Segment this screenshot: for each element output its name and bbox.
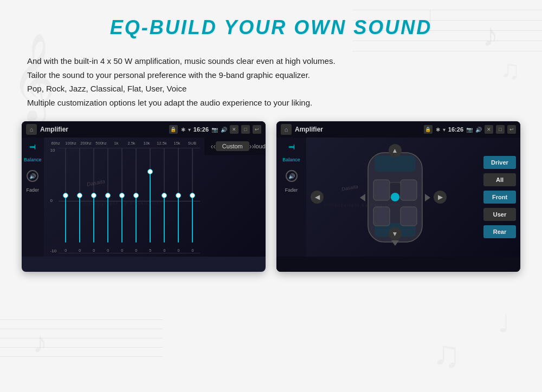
- eq-slider-500hz[interactable]: [105, 148, 111, 243]
- bluetooth-icon: ✱: [181, 127, 185, 133]
- y-axis-labels: 10 0 -10: [48, 148, 59, 253]
- car-fader-area: ▲ ▼ ◀ ▶ Dasaita /////copyright by Dasait…: [306, 138, 483, 257]
- desc-line-2: Tailor the sound to your personal prefer…: [27, 68, 520, 82]
- watermark-slashes-2: /////copyright by Dasaita/////: [324, 203, 402, 207]
- next-preset-arrow[interactable]: ››: [249, 142, 254, 151]
- eq-screen-title: Amplifier: [40, 126, 166, 133]
- front-button[interactable]: Front: [483, 191, 516, 204]
- svg-marker-10: [360, 194, 365, 201]
- eq-track-500hz[interactable]: [107, 148, 108, 243]
- eq-track-12.5k[interactable]: [164, 148, 165, 243]
- val-200hz: 0: [93, 249, 95, 252]
- fader-eq-icon[interactable]: ⫤: [287, 142, 296, 152]
- eq-slider-100hz[interactable]: [77, 148, 82, 243]
- eq-track-10k[interactable]: [150, 148, 151, 243]
- right-arrow-btn[interactable]: ▶: [434, 191, 447, 204]
- eq-sidebar: ⫤ Balance 🔊 Fader: [22, 138, 44, 257]
- fader-screen: ⌂ Amplifier 🔒 ✱ ▾ 16:26 📷 🔊 ✕ □ ↩: [276, 121, 520, 272]
- eq-sliders-section: 60hz 100hz 200hz 500hz 1k 2.5k 10k 12.5k…: [44, 138, 204, 257]
- eq-tune-icon[interactable]: ⫤: [28, 142, 37, 152]
- fader-vol-circle[interactable]: 🔊: [286, 170, 298, 182]
- close-icon[interactable]: ✕: [230, 125, 238, 134]
- svg-rect-3: [373, 180, 390, 200]
- fader-close-icon[interactable]: ✕: [485, 125, 493, 134]
- eq-slider-200hz[interactable]: [91, 148, 96, 243]
- eq-track-sub[interactable]: [192, 148, 193, 243]
- eq-knob-1k[interactable]: [119, 193, 125, 198]
- eq-fill-60hz: [65, 195, 66, 243]
- driver-button[interactable]: Driver: [483, 156, 516, 169]
- desc-line-4: Multiple customization options let you a…: [27, 96, 520, 110]
- preset-button[interactable]: Custom: [216, 141, 249, 151]
- gridline-bottom: [59, 253, 199, 253]
- fader-main-content: ⫤ Balance 🔊 Fader: [276, 138, 520, 257]
- up-arrow-btn[interactable]: ▲: [389, 144, 402, 157]
- frequency-labels: 60hz 100hz 200hz 500hz 1k 2.5k 10k 12.5k…: [48, 141, 200, 146]
- desc-line-3: Pop, Rock, Jazz, Classical, Flat, User, …: [27, 82, 520, 96]
- fader-home-icon[interactable]: ⌂: [281, 124, 292, 135]
- eq-knob-60hz[interactable]: [63, 193, 68, 198]
- watermark-2: Dasaita: [341, 184, 359, 192]
- freq-12.5k: 12.5k: [154, 141, 170, 146]
- eq-slider-10k[interactable]: [147, 148, 153, 243]
- fader-screen-title: Amplifier: [295, 126, 421, 133]
- eq-knob-2.5k[interactable]: [133, 193, 139, 198]
- eq-knob-500hz[interactable]: [105, 193, 111, 198]
- eq-screen: ⌂ Amplifier 🔒 ✱ ▾ 16:26 📷 🔊 ✕ □ ↩: [22, 121, 266, 272]
- svg-rect-4: [401, 180, 417, 200]
- freq-15k: 15k: [170, 141, 185, 146]
- svg-point-12: [391, 193, 399, 201]
- watermark-slashes-1: /////copyright by Dasaita/////: [80, 201, 164, 206]
- volume-icon: 🔊: [221, 127, 227, 133]
- fader-back-icon[interactable]: ↩: [507, 125, 516, 134]
- val-10k: 5: [149, 249, 151, 252]
- val-2.5k: 0: [135, 249, 137, 252]
- rear-button[interactable]: Rear: [483, 225, 516, 238]
- volume-circle-icon[interactable]: 🔊: [27, 170, 38, 182]
- eq-slider-sub[interactable]: [190, 148, 195, 243]
- all-button[interactable]: All: [483, 173, 516, 186]
- eq-track-200hz[interactable]: [93, 148, 94, 243]
- eq-knob-200hz[interactable]: [91, 193, 96, 198]
- eq-fill-sub: [192, 195, 193, 243]
- eq-values-row: 0 0 0 0 0 0 5 0 0 0: [59, 247, 199, 252]
- eq-slider-2.5k[interactable]: [133, 148, 139, 243]
- eq-knob-12.5k[interactable]: [162, 193, 167, 198]
- fader-camera-icon: 📷: [466, 127, 473, 133]
- expand-icon[interactable]: □: [241, 125, 250, 134]
- eq-track-1k[interactable]: [121, 148, 122, 243]
- val-500hz: 0: [107, 249, 109, 252]
- left-arrow-btn[interactable]: ◀: [311, 191, 324, 204]
- val-15k: 0: [177, 249, 179, 252]
- eq-fill-15k: [178, 195, 179, 243]
- prev-preset-arrow[interactable]: ‹‹: [211, 142, 216, 151]
- home-icon[interactable]: ⌂: [26, 124, 37, 135]
- eq-track-15k[interactable]: [178, 148, 179, 243]
- eq-knob-100hz[interactable]: [77, 193, 82, 198]
- eq-slider-15k[interactable]: [176, 148, 181, 243]
- eq-track-60hz[interactable]: [65, 148, 66, 243]
- fader-expand-icon[interactable]: □: [496, 125, 505, 134]
- eq-knob-15k[interactable]: [176, 193, 181, 198]
- back-icon[interactable]: ↩: [253, 125, 261, 134]
- eq-bottom-bar: ‹‹ Custom ›› loudness: [204, 138, 266, 155]
- eq-track-100hz[interactable]: [79, 148, 80, 243]
- camera-icon: 📷: [211, 127, 218, 133]
- fader-vol-icon: 🔊: [475, 127, 482, 133]
- fader-fader-label: Fader: [285, 187, 298, 193]
- eq-slider-12.5k[interactable]: [162, 148, 167, 243]
- eq-fill-10k: [150, 172, 151, 243]
- eq-knob-10k[interactable]: [147, 169, 153, 174]
- fader-control-buttons: Driver All Front User Rear: [483, 138, 520, 257]
- down-arrow-btn[interactable]: ▼: [389, 227, 402, 240]
- clock-display: 16:26: [193, 126, 209, 133]
- fader-bottom-bar: [276, 257, 520, 272]
- eq-track-2.5k[interactable]: [136, 148, 137, 243]
- user-button[interactable]: User: [483, 208, 516, 221]
- svg-rect-5: [373, 207, 390, 226]
- eq-slider-1k[interactable]: [119, 148, 125, 243]
- eq-knob-sub[interactable]: [190, 193, 195, 198]
- eq-slider-60hz[interactable]: [63, 148, 68, 243]
- screens-container: ⌂ Amplifier 🔒 ✱ ▾ 16:26 📷 🔊 ✕ □ ↩: [22, 121, 520, 272]
- balance-label: Balance: [24, 157, 42, 162]
